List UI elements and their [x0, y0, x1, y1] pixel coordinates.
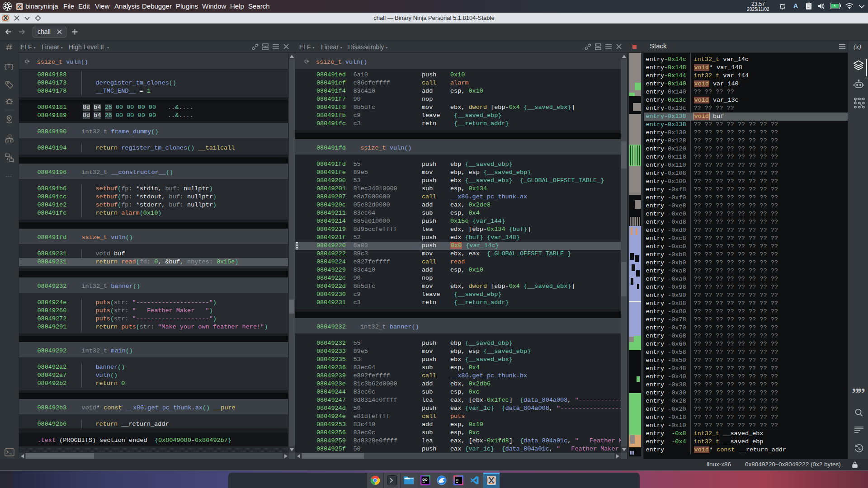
- svg-text:IJ: IJ: [456, 479, 458, 482]
- svg-text:GO: GO: [422, 478, 428, 482]
